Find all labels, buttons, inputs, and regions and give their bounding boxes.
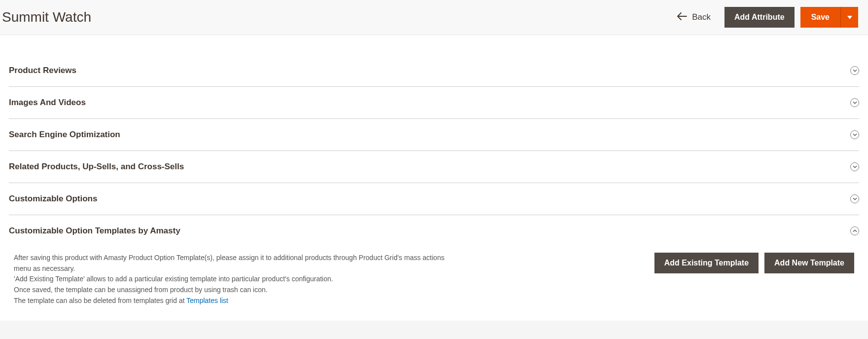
- content-area: Product Reviews Images And Videos Search…: [0, 35, 868, 321]
- section-title: Customizable Options: [9, 194, 97, 204]
- section-header[interactable]: Related Products, Up-Sells, and Cross-Se…: [9, 151, 859, 183]
- section-header[interactable]: Search Engine Optimization: [9, 119, 859, 151]
- section-title: Search Engine Optimization: [9, 130, 120, 140]
- section-title: Product Reviews: [9, 66, 76, 75]
- section-header[interactable]: Product Reviews: [9, 55, 859, 86]
- help-line: Once saved, the template can be unassign…: [14, 285, 448, 296]
- page-actions: Back Add Attribute Save: [677, 7, 858, 28]
- caret-down-icon: [847, 14, 852, 21]
- page-header: Summit Watch Back Add Attribute Save: [0, 0, 868, 35]
- section-seo: Search Engine Optimization: [9, 118, 859, 151]
- section-title: Related Products, Up-Sells, and Cross-Se…: [9, 162, 184, 172]
- save-button[interactable]: Save: [800, 7, 840, 28]
- section-body: After saving this product with Amasty Pr…: [9, 247, 859, 321]
- chevron-down-icon: [850, 98, 859, 107]
- section-header[interactable]: Customizable Option Templates by Amasty: [9, 215, 859, 247]
- page-title: Summit Watch: [0, 9, 91, 25]
- section-header[interactable]: Images And Videos: [9, 87, 859, 118]
- section-images-videos: Images And Videos: [9, 86, 859, 118]
- help-line-prefix: The template can also be deleted from te…: [14, 297, 186, 304]
- chevron-down-icon: [850, 130, 859, 139]
- body-actions: Add Existing Template Add New Template: [654, 253, 854, 306]
- section-title: Customizable Option Templates by Amasty: [9, 226, 181, 236]
- chevron-down-icon: [850, 162, 859, 171]
- add-new-template-button[interactable]: Add New Template: [764, 253, 854, 273]
- accordion: Product Reviews Images And Videos Search…: [9, 55, 859, 321]
- help-text: After saving this product with Amasty Pr…: [14, 253, 448, 306]
- add-existing-template-button[interactable]: Add Existing Template: [654, 253, 759, 273]
- section-amasty-templates: Customizable Option Templates by Amasty …: [9, 215, 859, 321]
- help-line: The template can also be deleted from te…: [14, 296, 448, 306]
- back-button[interactable]: Back: [677, 12, 711, 23]
- add-attribute-button[interactable]: Add Attribute: [724, 7, 795, 28]
- save-split-button: Save: [800, 7, 858, 28]
- back-label: Back: [692, 12, 711, 22]
- chevron-down-icon: [850, 194, 859, 203]
- section-product-reviews: Product Reviews: [9, 55, 859, 86]
- arrow-left-icon: [677, 12, 687, 23]
- help-line: 'Add Existing Template' allows to add a …: [14, 274, 448, 285]
- section-customizable-options: Customizable Options: [9, 183, 859, 215]
- section-related-products: Related Products, Up-Sells, and Cross-Se…: [9, 151, 859, 183]
- chevron-down-icon: [850, 66, 859, 75]
- templates-list-link[interactable]: Templates list: [186, 297, 228, 304]
- chevron-up-icon: [850, 226, 859, 235]
- section-title: Images And Videos: [9, 98, 86, 108]
- help-line: After saving this product with Amasty Pr…: [14, 253, 448, 274]
- save-dropdown-toggle[interactable]: [840, 7, 858, 28]
- section-header[interactable]: Customizable Options: [9, 183, 859, 215]
